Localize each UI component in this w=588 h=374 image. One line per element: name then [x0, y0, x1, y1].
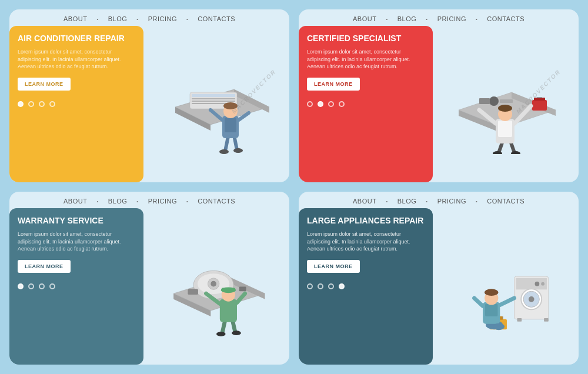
svg-rect-71 — [485, 304, 497, 316]
nav-blog-3[interactable]: BLOG — [108, 198, 128, 205]
card-left-3: WARRANTY SERVICE Lorem ipsum dolor sit a… — [9, 208, 143, 365]
card-left-1: AIR CONDITIONER REPAIR Lorem ipsum dolor… — [9, 26, 143, 182]
learn-more-btn-2[interactable]: LEARN MORE — [307, 78, 360, 91]
svg-rect-25 — [479, 98, 490, 104]
svg-rect-48 — [220, 299, 237, 322]
svg-point-75 — [485, 289, 498, 296]
nav-about-2[interactable]: ABOUT — [353, 15, 376, 22]
card-title-2: CERTIFIED SPECIALIST — [307, 33, 425, 44]
nav-about-1[interactable]: ABOUT — [64, 15, 87, 22]
dot-1-1[interactable] — [18, 101, 24, 107]
svg-rect-44 — [188, 289, 198, 295]
nav-pricing-1[interactable]: PRICING — [148, 15, 177, 22]
dot-2-4[interactable] — [339, 101, 345, 107]
nav-dot-4a: • — [386, 198, 387, 205]
svg-rect-4 — [192, 94, 235, 97]
nav-dot-1c: • — [186, 15, 188, 22]
nav-contacts-3[interactable]: CONTACTS — [198, 198, 235, 205]
dot-3-3[interactable] — [39, 283, 45, 289]
learn-more-btn-1[interactable]: LEARN MORE — [18, 78, 71, 91]
indicator-dots-2 — [307, 101, 425, 107]
card-certified: ABOUT • BLOG • PRICING • CONTACTS CERTIF… — [299, 9, 579, 182]
nav-dot-2a: • — [386, 15, 387, 22]
svg-line-72 — [475, 298, 483, 306]
svg-rect-64 — [544, 318, 549, 322]
dot-2-3[interactable] — [328, 101, 334, 107]
nav-dot-2c: • — [476, 15, 477, 22]
svg-line-8 — [225, 136, 228, 151]
nav-pricing-4[interactable]: PRICING — [437, 198, 466, 205]
figure-large-appliances — [447, 236, 564, 336]
dot-3-1[interactable] — [18, 283, 24, 289]
learn-more-btn-3[interactable]: LEARN MORE — [18, 260, 71, 273]
figure-air-conditioner — [158, 54, 275, 154]
nav-about-3[interactable]: ABOUT — [64, 198, 87, 205]
card-title-3: WARRANTY SERVICE — [18, 215, 135, 226]
card-body-4: LARGE APPLIANCES REPAIR Lorem ipsum dolo… — [299, 208, 579, 365]
main-grid: ABOUT • BLOG • PRICING • CONTACTS AIR CO… — [0, 0, 588, 374]
dot-2-2[interactable] — [318, 101, 323, 107]
nav-dot-3c: • — [186, 198, 188, 205]
card-body-3: WARRANTY SERVICE Lorem ipsum dolor sit a… — [9, 208, 289, 365]
nav-contacts-1[interactable]: CONTACTS — [198, 15, 235, 22]
nav-blog-2[interactable]: BLOG — [397, 15, 417, 22]
svg-line-46 — [222, 321, 225, 333]
card-desc-4: Lorem ipsum dolor sit amet, consectetur … — [307, 231, 425, 253]
svg-point-62 — [529, 296, 534, 302]
dot-1-4[interactable] — [49, 101, 55, 107]
svg-rect-11 — [225, 118, 236, 132]
nav-blog-1[interactable]: BLOG — [108, 15, 128, 22]
svg-point-17 — [233, 148, 243, 153]
nav-warranty: ABOUT • BLOG • PRICING • CONTACTS — [9, 192, 289, 208]
svg-rect-26 — [500, 99, 513, 103]
nav-certified: ABOUT • BLOG • PRICING • CONTACTS — [299, 9, 579, 26]
nav-contacts-2[interactable]: CONTACTS — [487, 15, 524, 22]
dot-4-1[interactable] — [307, 283, 313, 289]
nav-dot-3b: • — [136, 198, 138, 205]
nav-pricing-3[interactable]: PRICING — [148, 198, 177, 205]
svg-point-34 — [498, 105, 512, 112]
nav-air-conditioner: ABOUT • BLOG • PRICING • CONTACTS — [9, 9, 289, 26]
svg-rect-53 — [222, 288, 235, 291]
card-left-2: CERTIFIED SPECIALIST Lorem ipsum dolor s… — [299, 26, 433, 182]
dot-3-4[interactable] — [49, 283, 55, 289]
indicator-dots-1 — [18, 101, 135, 107]
card-body-1: AIR CONDITIONER REPAIR Lorem ipsum dolor… — [9, 26, 289, 182]
dot-4-4[interactable] — [339, 283, 345, 289]
svg-point-76 — [493, 323, 505, 330]
card-desc-3: Lorem ipsum dolor sit amet, consectetur … — [18, 231, 135, 253]
dot-1-2[interactable] — [28, 101, 34, 107]
svg-point-58 — [535, 282, 540, 286]
indicator-dots-3 — [18, 283, 135, 289]
nav-dot-1b: • — [136, 15, 138, 22]
card-air-conditioner: ABOUT • BLOG • PRICING • CONTACTS AIR CO… — [9, 9, 289, 182]
nav-dot-2b: • — [426, 15, 427, 22]
svg-rect-5 — [192, 98, 235, 99]
nav-pricing-2[interactable]: PRICING — [437, 15, 466, 22]
dot-4-3[interactable] — [328, 283, 334, 289]
learn-more-btn-4[interactable]: LEARN MORE — [307, 260, 360, 273]
svg-point-15 — [223, 102, 238, 109]
card-image-4 — [433, 208, 579, 365]
nav-contacts-4[interactable]: CONTACTS — [487, 198, 524, 205]
nav-large-appliances: ABOUT • BLOG • PRICING • CONTACTS — [299, 192, 579, 208]
svg-point-59 — [541, 282, 544, 286]
svg-point-55 — [232, 330, 241, 335]
dot-1-3[interactable] — [39, 101, 45, 107]
svg-rect-63 — [517, 318, 522, 322]
card-desc-1: Lorem ipsum dolor sit amet, consectetur … — [18, 48, 135, 71]
card-warranty: ABOUT • BLOG • PRICING • CONTACTS WARRAN… — [9, 192, 289, 365]
figure-certified — [447, 54, 564, 154]
dot-2-1[interactable] — [307, 101, 313, 107]
svg-rect-21 — [532, 100, 547, 111]
card-left-4: LARGE APPLIANCES REPAIR Lorem ipsum dolo… — [299, 208, 433, 365]
svg-rect-30 — [498, 121, 512, 137]
svg-point-24 — [489, 96, 499, 106]
figure-warranty — [158, 236, 275, 336]
nav-dot-4c: • — [476, 198, 477, 205]
svg-point-16 — [219, 149, 229, 154]
nav-blog-4[interactable]: BLOG — [397, 198, 417, 205]
dot-4-2[interactable] — [318, 283, 323, 289]
nav-about-4[interactable]: ABOUT — [353, 198, 376, 205]
dot-3-2[interactable] — [28, 283, 34, 289]
